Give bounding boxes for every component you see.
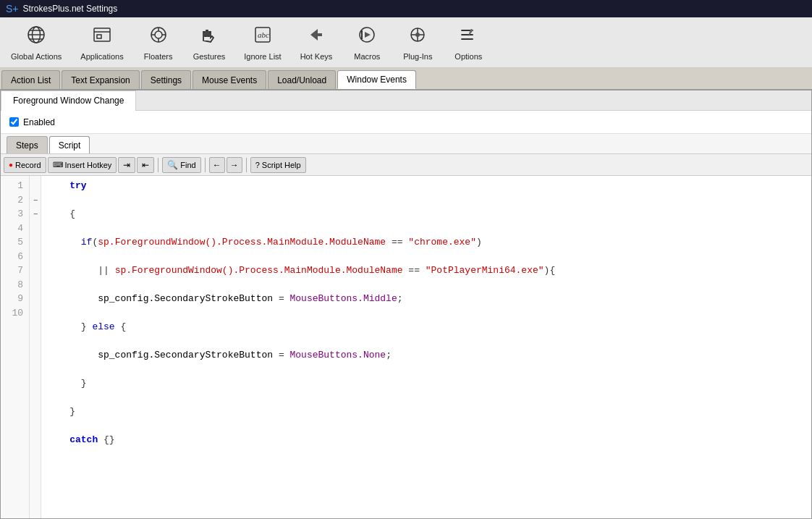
outdent-button[interactable]: ⇤ [137,157,154,173]
toolbar-separator-1 [158,158,158,172]
code-line-5: sp_config.SecondaryStrokeButton = MouseB… [47,292,805,306]
toolbar-options-label: Options [454,52,482,61]
code-content[interactable]: try { if(sp.ForegroundWindow().Process.M… [41,176,811,518]
svg-marker-18 [365,32,371,38]
toolbar-applications[interactable]: Applications [71,20,132,64]
nav-forward-icon: → [230,160,239,170]
toolbar-options[interactable]: Options [443,20,494,64]
svg-marker-16 [310,29,322,41]
insert-hotkey-label: Insert Hotkey [65,161,112,169]
script-toolbar: ● Record ⌨ Insert Hotkey ⇥ ⇤ 🔍 Find ← → … [1,154,811,176]
code-line-9: } [47,405,805,419]
record-label: Record [15,161,41,169]
options-icon [458,25,478,49]
event-header: Foreground Window Change [1,90,811,111]
tab-action-list[interactable]: Action List [1,70,60,89]
tab-window-events[interactable]: Window Events [337,70,416,89]
find-button[interactable]: 🔍 Find [162,157,200,173]
svg-rect-7 [97,35,101,38]
nav-back-icon: ← [213,160,221,170]
ignore-list-icon: abc [253,25,273,49]
code-line-8: } [47,376,805,391]
record-icon: ● [9,161,13,169]
toolbar: Global Actions Applications Floaters [0,17,812,68]
foreground-window-change-tab[interactable]: Foreground Window Change [1,90,136,111]
toolbar-plug-ins[interactable]: Plug-Ins [392,20,443,64]
toolbar-gestures-label: Gestures [193,52,226,61]
svg-point-9 [155,31,162,38]
enabled-label: Enabled [23,117,55,127]
svg-point-23 [415,33,420,37]
toolbar-global-actions[interactable]: Global Actions [1,20,71,64]
toolbar-floaters-label: Floaters [144,52,173,61]
toolbar-macros[interactable]: Macros [342,20,392,64]
enabled-row: Enabled [1,111,811,134]
outdent-icon: ⇤ [142,160,149,170]
toolbar-plug-ins-label: Plug-Ins [403,52,432,61]
help-icon: ? [255,161,260,169]
event-tab-label: Foreground Window Change [13,96,124,106]
line-numbers: 1 2 3 4 5 6 7 8 9 10 [1,176,30,518]
content-area: Foreground Window Change Enabled Steps S… [0,90,812,519]
tab-steps[interactable]: Steps [7,136,48,153]
tab-script[interactable]: Script [49,136,90,153]
code-line-10: catch {} [47,433,805,447]
toolbar-applications-label: Applications [80,52,123,61]
nav-forward-button[interactable]: → [227,157,242,173]
main-tabs: Action List Text Expansion Settings Mous… [0,68,812,90]
code-line-4: || sp.ForegroundWindow().Process.MainMod… [47,263,805,278]
svg-text:abc: abc [258,30,269,39]
nav-back-button[interactable]: ← [209,157,225,173]
record-button[interactable]: ● Record [4,157,46,173]
hot-keys-icon [306,25,326,49]
tab-text-expansion[interactable]: Text Expansion [62,70,139,89]
app-title: StrokesPlus.net Settings [23,4,118,14]
tab-load-unload[interactable]: Load/Unload [268,70,336,89]
toolbar-ignore-list[interactable]: abc Ignore List [234,20,290,64]
indent-icon: ⇥ [123,160,130,170]
code-editor[interactable]: 1 2 3 4 5 6 7 8 9 10 − − try { if(sp.For… [1,176,811,518]
gesture-icon [199,25,219,49]
search-icon: 🔍 [167,160,178,170]
globe-icon [26,25,46,49]
tab-settings[interactable]: Settings [141,70,191,89]
app-icon: S+ [6,3,19,14]
insert-hotkey-button[interactable]: ⌨ Insert Hotkey [48,157,117,173]
enabled-checkbox[interactable] [9,117,19,127]
floaters-icon [148,25,169,49]
script-help-label: Script Help [262,161,301,169]
tab-mouse-events[interactable]: Mouse Events [193,70,266,89]
insert-hotkey-icon: ⌨ [53,161,63,169]
plug-ins-icon [407,25,428,49]
toolbar-separator-2 [205,158,206,172]
macros-icon [357,25,377,49]
toolbar-hot-keys[interactable]: Hot Keys [291,20,342,64]
code-line-7: sp_config.SecondaryStrokeButton = MouseB… [47,348,805,363]
indent-button[interactable]: ⇥ [118,157,135,173]
code-line-3: if(sp.ForegroundWindow().Process.MainMod… [47,235,805,250]
script-tabs: Steps Script [1,134,811,154]
toolbar-gestures[interactable]: Gestures [184,20,235,64]
code-line-6: } else { [47,320,805,334]
toolbar-floaters[interactable]: Floaters [133,20,184,64]
toolbar-macros-label: Macros [354,52,380,61]
fold-gutter: − − [30,176,41,518]
toolbar-ignore-list-label: Ignore List [244,52,281,61]
code-line-1: try [47,179,805,193]
toolbar-separator-3 [246,158,247,172]
toolbar-hot-keys-label: Hot Keys [300,52,333,61]
toolbar-global-actions-label: Global Actions [11,52,62,61]
find-label: Find [180,161,195,169]
script-help-button[interactable]: ? Script Help [250,157,306,173]
code-line-2: { [47,207,805,221]
window-icon [92,25,112,49]
title-bar: S+ StrokesPlus.net Settings [0,0,812,17]
